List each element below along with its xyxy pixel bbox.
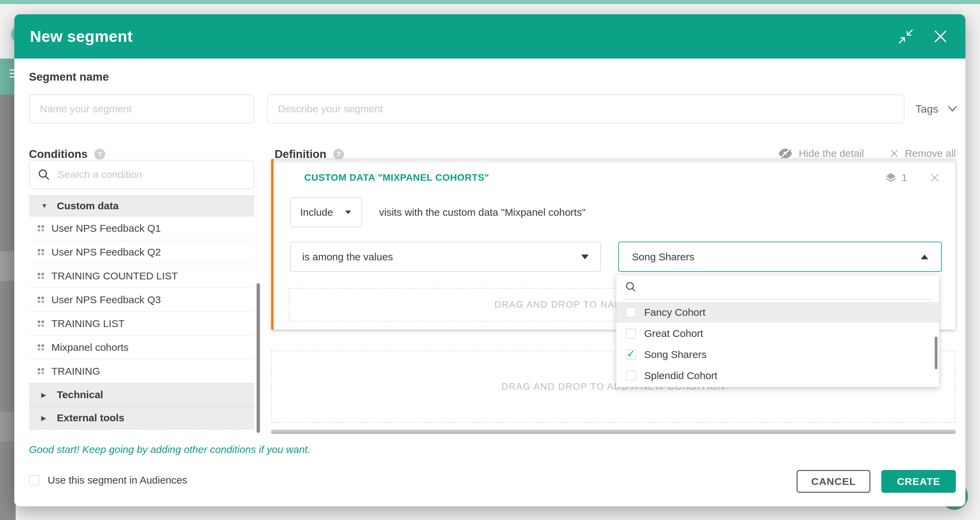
hint-text: Good start! Keep going by adding other c… bbox=[29, 444, 310, 455]
collapse-icon[interactable] bbox=[898, 29, 914, 44]
conditions-label: Conditions bbox=[29, 148, 88, 161]
x-icon bbox=[890, 149, 899, 158]
create-button[interactable]: CREATE bbox=[881, 470, 956, 493]
condition-item[interactable]: User NPS Feedback Q1 bbox=[29, 216, 254, 240]
condition-sentence: visits with the custom data "Mixpanel co… bbox=[379, 207, 585, 218]
option-fancy-cohort[interactable]: Fancy Cohort bbox=[616, 302, 939, 323]
help-icon[interactable]: ? bbox=[94, 149, 105, 160]
menu-band bbox=[0, 59, 16, 95]
audiences-checkbox[interactable] bbox=[29, 475, 40, 486]
top-nav-strip bbox=[0, 0, 980, 4]
eye-off-icon bbox=[778, 148, 792, 159]
group-header-external-tools[interactable]: ▶ External tools bbox=[29, 406, 254, 429]
condition-item[interactable]: User NPS Feedback Q3 bbox=[29, 288, 254, 312]
option-song-sharers[interactable]: ✓ Song Sharers bbox=[616, 344, 939, 365]
tags-dropdown[interactable]: Tags bbox=[915, 94, 958, 124]
condition-item[interactable]: Mixpanel cohorts bbox=[29, 336, 254, 359]
value-select[interactable]: Song Sharers bbox=[618, 242, 942, 272]
operator-select[interactable]: is among the values bbox=[290, 242, 601, 272]
chevron-down-icon bbox=[947, 105, 958, 113]
condition-item[interactable]: User NPS Feedback Q2 bbox=[29, 240, 254, 264]
value-dropdown-panel: Fancy Cohort Great Cohort ✓ Song Sharers… bbox=[616, 274, 940, 387]
caret-down-icon bbox=[581, 254, 589, 259]
group-header-technical[interactable]: ▶ Technical bbox=[29, 383, 254, 406]
conditions-list: ▼ Custom data User NPS Feedback Q1 User … bbox=[29, 196, 254, 429]
condition-search bbox=[29, 160, 254, 189]
drag-handle-icon[interactable] bbox=[38, 297, 44, 303]
caret-up-icon bbox=[921, 254, 928, 259]
caret-down-icon: ▼ bbox=[41, 202, 49, 210]
search-icon bbox=[38, 169, 50, 181]
condition-item[interactable]: TRAINING LIST bbox=[29, 312, 254, 336]
modal-header: New segment bbox=[14, 14, 966, 59]
caret-right-icon: ▶ bbox=[41, 391, 49, 399]
checkbox-unchecked[interactable] bbox=[626, 307, 636, 318]
checkbox-checked[interactable]: ✓ bbox=[626, 350, 636, 360]
group-header-custom-data[interactable]: ▼ Custom data bbox=[29, 196, 254, 216]
include-select[interactable]: Include bbox=[290, 197, 362, 227]
hide-detail-button[interactable]: Hide the detail bbox=[778, 148, 864, 159]
drag-handle-icon[interactable] bbox=[38, 249, 44, 255]
background-sidebar-item bbox=[0, 251, 16, 281]
layers-icon[interactable] bbox=[885, 172, 897, 183]
close-icon[interactable] bbox=[933, 29, 948, 44]
dropdown-search bbox=[616, 275, 939, 299]
cancel-button[interactable]: CANCEL bbox=[797, 470, 870, 493]
remove-all-button[interactable]: Remove all bbox=[890, 148, 956, 159]
background-sidebar-item bbox=[0, 412, 16, 442]
drag-handle-icon[interactable] bbox=[38, 368, 44, 374]
segment-description-input[interactable] bbox=[267, 94, 904, 124]
layer-count: 1 bbox=[901, 172, 907, 183]
search-icon bbox=[625, 281, 637, 293]
drag-handle-icon[interactable] bbox=[38, 321, 44, 327]
segment-name-input[interactable] bbox=[29, 94, 254, 124]
new-segment-modal: New segment Segment name Tags Conditions… bbox=[14, 14, 966, 506]
dropdown-scrollbar[interactable] bbox=[935, 337, 937, 369]
drag-handle-icon[interactable] bbox=[38, 344, 44, 350]
audiences-checkbox-label: Use this segment in Audiences bbox=[48, 474, 187, 486]
caret-right-icon: ▶ bbox=[41, 414, 49, 422]
option-splendid-cohort[interactable]: Splendid Cohort bbox=[616, 365, 939, 386]
checkbox-unchecked[interactable] bbox=[626, 328, 636, 339]
option-great-cohort[interactable]: Great Cohort bbox=[616, 323, 939, 344]
condition-card-title: CUSTOM DATA "MIXPANEL COHORTS" bbox=[304, 172, 885, 183]
drag-handle-icon[interactable] bbox=[38, 273, 44, 279]
dropdown-search-input[interactable] bbox=[643, 281, 930, 293]
close-icon[interactable] bbox=[930, 173, 940, 183]
checkmark-icon: ✓ bbox=[627, 349, 635, 359]
condition-item[interactable]: TRAINING COUNTED LIST bbox=[29, 264, 254, 288]
condition-item[interactable]: TRAINING bbox=[29, 359, 254, 383]
drag-handle-icon[interactable] bbox=[38, 225, 44, 231]
remove-all-label: Remove all bbox=[905, 148, 956, 159]
modal-title: New segment bbox=[30, 14, 133, 59]
help-icon[interactable]: ? bbox=[333, 149, 344, 160]
checkbox-unchecked[interactable] bbox=[626, 371, 636, 381]
background-sidebar bbox=[0, 95, 16, 520]
caret-down-icon bbox=[345, 211, 351, 215]
conditions-scrollbar[interactable] bbox=[256, 283, 260, 433]
tags-label: Tags bbox=[915, 103, 939, 115]
definition-horizontal-scrollbar[interactable] bbox=[271, 429, 956, 434]
hide-detail-label: Hide the detail bbox=[799, 148, 864, 159]
condition-search-input[interactable] bbox=[57, 169, 245, 180]
segment-name-label: Segment name bbox=[29, 70, 109, 83]
